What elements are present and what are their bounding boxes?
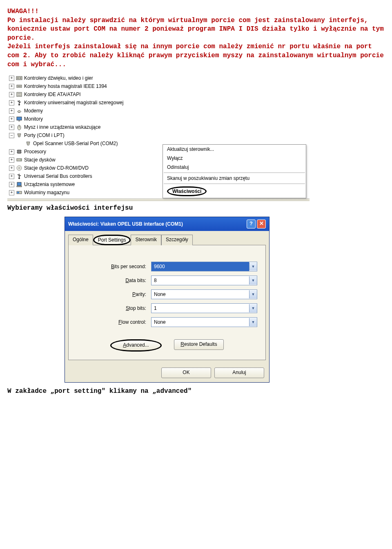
- flow-control-combo[interactable]: None ▼: [151, 317, 257, 327]
- tree-item-label: Kontrolery dźwięku, wideo i gier: [24, 75, 93, 81]
- tree-item-label: Woluminy magazynu: [24, 190, 69, 195]
- tab-general[interactable]: Ogólne: [68, 235, 93, 245]
- svg-point-2: [20, 77, 21, 79]
- svg-rect-29: [17, 182, 21, 186]
- advanced-button[interactable]: Advanced...: [110, 339, 162, 352]
- context-menu: Aktualizuj sterownik... Wyłącz Odinstalu…: [163, 144, 306, 198]
- close-button[interactable]: ✕: [257, 220, 266, 229]
- restore-defaults-button[interactable]: Restore Defaults: [174, 339, 224, 350]
- expand-plus-icon[interactable]: +: [9, 117, 14, 122]
- data-bits-combo[interactable]: 8 ▼: [151, 276, 257, 285]
- tree-item-label: Mysz i inne urządzenia wskazujące: [24, 124, 100, 130]
- svg-rect-7: [18, 95, 21, 96]
- stop-bits-label: Stop bits:: [77, 305, 151, 311]
- stop-bits-combo[interactable]: 1 ▼: [151, 303, 257, 313]
- tree-item[interactable]: – Porty (COM i LPT): [7, 131, 310, 139]
- expand-plus-icon[interactable]: +: [9, 157, 14, 163]
- expand-plus-icon[interactable]: +: [9, 108, 14, 114]
- svg-point-16: [19, 135, 19, 136]
- system-device-icon: [16, 181, 22, 188]
- menu-disable[interactable]: Wyłącz: [163, 154, 306, 163]
- expand-minus-icon[interactable]: –: [9, 133, 14, 138]
- menu-update-driver[interactable]: Aktualizuj sterownik...: [163, 145, 306, 154]
- ports-icon: [16, 132, 22, 139]
- dialog-title: Właściwości: Viaken OPEL USB interface (…: [68, 221, 183, 227]
- expand-plus-icon[interactable]: +: [9, 92, 14, 97]
- tab-body: Bits per second: 9600 ▼ Data bits: 8 ▼ P…: [68, 245, 266, 360]
- warning-heading: UWAGA!!!: [7, 7, 385, 16]
- tree-item[interactable]: + Kontrolery IDE ATA/ATAPI: [7, 90, 310, 99]
- sound-controllers-icon: [16, 75, 22, 81]
- tree-item-label: Monitory: [24, 116, 43, 122]
- tree-item-label: Modemy: [24, 108, 43, 114]
- dropdown-arrow-icon[interactable]: ▼: [249, 304, 257, 312]
- data-bits-label: Data bits:: [77, 278, 151, 283]
- bits-per-second-combo[interactable]: 9600 ▼: [151, 262, 257, 271]
- data-bits-value: 8: [151, 276, 249, 285]
- dropdown-arrow-icon[interactable]: ▼: [249, 290, 257, 298]
- tab-driver[interactable]: Sterownik: [131, 235, 161, 245]
- volume-icon: [16, 189, 22, 196]
- warning-para1: Po instalacji należy sprawdzić na którym…: [7, 16, 385, 43]
- tree-item[interactable]: + Kontrolery hosta magistrali IEEE 1394: [7, 82, 310, 90]
- tree-item-label: Kontrolery hosta magistrali IEEE 1394: [24, 83, 107, 89]
- tree-item-label: Porty (COM i LPT): [24, 132, 65, 138]
- expand-plus-icon[interactable]: +: [9, 84, 14, 89]
- ok-button[interactable]: OK: [161, 367, 211, 378]
- mouse-icon: [16, 124, 22, 130]
- tab-details[interactable]: Szczegóły: [161, 235, 193, 245]
- expand-plus-icon[interactable]: +: [9, 174, 14, 179]
- monitor-icon: [16, 116, 22, 122]
- cancel-button[interactable]: Anuluj: [214, 367, 264, 378]
- menu-properties[interactable]: Właściwości: [163, 185, 306, 198]
- expand-plus-icon[interactable]: +: [9, 190, 14, 195]
- disk-icon: [16, 157, 22, 163]
- tree-item-label: Stacje dysków CD-ROM/DVD: [24, 165, 89, 171]
- dropdown-arrow-icon[interactable]: ▼: [249, 262, 257, 271]
- help-button[interactable]: ?: [247, 220, 256, 229]
- svg-rect-19: [18, 150, 21, 153]
- svg-point-17: [27, 143, 28, 143]
- stop-bits-value: 1: [151, 304, 249, 313]
- menu-scan-hardware[interactable]: Skanuj w poszukiwaniu zmian sprzętu: [163, 174, 306, 183]
- tree-item-label: Kontrolery uniwersalnej magistrali szere…: [24, 100, 123, 105]
- modem-icon: [16, 108, 22, 114]
- flow-control-value: None: [151, 318, 249, 327]
- expand-plus-icon[interactable]: +: [9, 125, 14, 130]
- tree-item-label: Universal Serial Bus controllers: [24, 173, 92, 179]
- parity-value: None: [151, 290, 249, 299]
- expand-plus-icon[interactable]: +: [9, 182, 14, 187]
- ieee1394-icon: [16, 83, 22, 90]
- menu-properties-label: Właściwości: [167, 186, 207, 196]
- tree-item[interactable]: + Monitory: [7, 115, 310, 123]
- dropdown-arrow-icon[interactable]: ▼: [249, 318, 257, 326]
- svg-point-28: [18, 177, 20, 179]
- menu-uninstall[interactable]: Odinstaluj: [163, 163, 306, 172]
- svg-rect-32: [17, 192, 19, 193]
- bottom-caption: W zakładce „port setting" klikamy na „ad…: [7, 388, 385, 395]
- processor-icon: [16, 148, 22, 155]
- dropdown-arrow-icon[interactable]: ▼: [249, 276, 257, 285]
- tab-port-settings[interactable]: Port Settings: [93, 235, 131, 245]
- menu-separator: [164, 173, 305, 173]
- tree-item[interactable]: + Modemy: [7, 107, 310, 115]
- statusbar: [7, 198, 310, 201]
- tab-strip: Ogólne Port Settings Sterownik Szczegóły: [65, 231, 269, 245]
- parity-combo[interactable]: None ▼: [151, 289, 257, 299]
- ide-controller-icon: [16, 91, 22, 98]
- menu-separator: [164, 184, 305, 184]
- expand-plus-icon[interactable]: +: [9, 100, 14, 105]
- expand-plus-icon[interactable]: +: [9, 166, 14, 171]
- tree-item-label: Urządzenia systemowe: [24, 182, 75, 187]
- svg-rect-6: [18, 93, 21, 94]
- svg-rect-11: [18, 121, 20, 121]
- tree-item[interactable]: + Kontrolery uniwersalnej magistrali sze…: [7, 99, 310, 107]
- tree-item-label: Kontrolery IDE ATA/ATAPI: [24, 92, 81, 97]
- tree-connector-icon: [19, 141, 23, 146]
- flow-control-label: Flow control:: [77, 319, 151, 325]
- expand-plus-icon[interactable]: +: [9, 76, 14, 81]
- device-manager-tree: + Kontrolery dźwięku, wideo i gier + Kon…: [7, 74, 310, 201]
- expand-plus-icon[interactable]: +: [9, 149, 14, 155]
- tree-item[interactable]: + Mysz i inne urządzenia wskazujące: [7, 123, 310, 131]
- tree-item[interactable]: + Kontrolery dźwięku, wideo i gier: [7, 74, 310, 82]
